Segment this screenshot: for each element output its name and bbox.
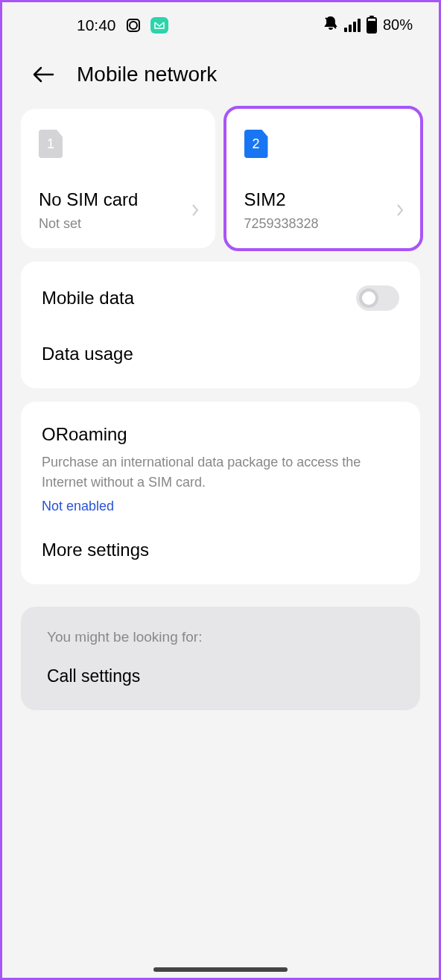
home-indicator[interactable] xyxy=(153,967,288,972)
sim1-title: No SIM card xyxy=(39,189,197,210)
bell-muted-icon xyxy=(323,16,338,34)
sim-cards-row: 1 No SIM card Not set 2 SIM2 7259338328 xyxy=(2,109,439,248)
roaming-card: ORoaming Purchase an international data … xyxy=(21,402,420,584)
call-settings-link[interactable]: Call settings xyxy=(47,666,394,686)
messages-icon xyxy=(150,17,168,34)
battery-icon xyxy=(367,17,377,34)
more-settings-label: More settings xyxy=(42,540,149,560)
status-right: 80% xyxy=(323,16,413,34)
status-bar: 10:40 80% xyxy=(2,2,439,40)
back-button[interactable] xyxy=(32,63,54,86)
sim2-title: SIM2 xyxy=(244,189,403,210)
mobile-data-label: Mobile data xyxy=(42,288,134,309)
status-left: 10:40 xyxy=(77,16,168,34)
data-settings-card: Mobile data Data usage xyxy=(21,262,420,388)
sim2-subtitle: 7259338328 xyxy=(244,216,403,232)
battery-percentage: 80% xyxy=(383,16,413,34)
data-usage-label: Data usage xyxy=(42,344,133,364)
oroaming-description: Purchase an international data package t… xyxy=(42,452,399,493)
mobile-data-row[interactable]: Mobile data xyxy=(21,269,420,327)
chevron-right-icon xyxy=(191,203,199,220)
status-time: 10:40 xyxy=(77,16,116,34)
more-settings-row[interactable]: More settings xyxy=(21,523,420,577)
page-title: Mobile network xyxy=(77,63,217,86)
oroaming-row[interactable]: ORoaming Purchase an international data … xyxy=(21,409,420,523)
mobile-data-toggle[interactable] xyxy=(356,285,399,311)
oroaming-status: Not enabled xyxy=(42,499,399,514)
signal-icon xyxy=(344,19,361,32)
oroaming-title: ORoaming xyxy=(42,424,399,445)
chevron-right-icon xyxy=(396,203,404,220)
sim-card-2[interactable]: 2 SIM2 7259338328 xyxy=(223,106,424,251)
page-header: Mobile network xyxy=(2,40,439,109)
suggestion-label: You might be looking for: xyxy=(47,629,394,645)
sim1-subtitle: Not set xyxy=(39,216,197,232)
data-usage-row[interactable]: Data usage xyxy=(21,327,420,381)
sim-icon-1: 1 xyxy=(39,130,63,158)
sim-card-1[interactable]: 1 No SIM card Not set xyxy=(21,109,215,248)
instagram-icon xyxy=(127,19,140,32)
suggestion-card: You might be looking for: Call settings xyxy=(21,607,420,710)
sim-icon-2: 2 xyxy=(244,130,268,158)
